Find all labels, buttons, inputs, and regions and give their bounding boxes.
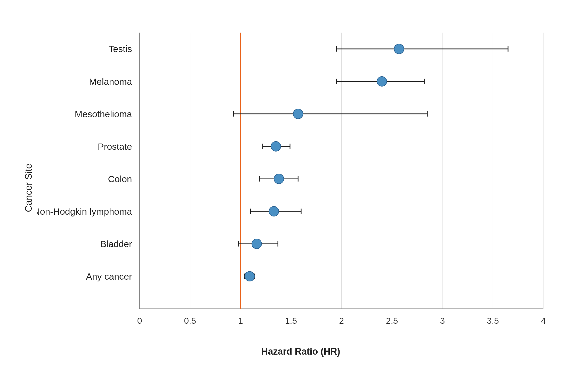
svg-point-55 [252, 239, 262, 249]
chart-container: Cancer Site 00.511.522.533.54TestisMelan… [23, 14, 565, 362]
svg-text:Melanoma: Melanoma [89, 76, 132, 87]
svg-text:0.5: 0.5 [184, 316, 196, 325]
svg-wrap: 00.511.522.533.54TestisMelanomaMesotheli… [37, 14, 565, 344]
svg-text:3.5: 3.5 [487, 316, 499, 325]
svg-point-50 [269, 206, 279, 216]
svg-text:2.5: 2.5 [386, 316, 398, 325]
svg-text:Testis: Testis [108, 44, 132, 54]
svg-text:2: 2 [339, 316, 344, 325]
svg-text:Mesothelioma: Mesothelioma [75, 109, 132, 119]
svg-text:Prostate: Prostate [98, 141, 132, 152]
main-chart: 00.511.522.533.54TestisMelanomaMesotheli… [37, 14, 565, 344]
y-axis-label: Cancer Site [23, 164, 34, 212]
svg-text:Any cancer: Any cancer [86, 271, 132, 281]
svg-point-60 [245, 271, 254, 281]
svg-point-40 [271, 141, 281, 151]
x-axis-label: Hazard Ratio (HR) [37, 344, 565, 362]
svg-text:Bladder: Bladder [100, 239, 132, 249]
svg-text:0: 0 [137, 316, 142, 325]
svg-text:3: 3 [440, 316, 445, 325]
svg-point-45 [274, 174, 284, 184]
svg-point-35 [293, 109, 303, 119]
svg-point-30 [377, 77, 387, 86]
plot-area: 00.511.522.533.54TestisMelanomaMesotheli… [37, 14, 565, 362]
svg-point-25 [394, 44, 404, 54]
svg-text:Colon: Colon [108, 174, 132, 184]
svg-text:4: 4 [541, 316, 546, 325]
svg-text:1.5: 1.5 [285, 316, 297, 325]
svg-text:1: 1 [238, 316, 243, 325]
svg-text:Non-Hodgkin lymphoma: Non-Hodgkin lymphoma [37, 206, 132, 216]
